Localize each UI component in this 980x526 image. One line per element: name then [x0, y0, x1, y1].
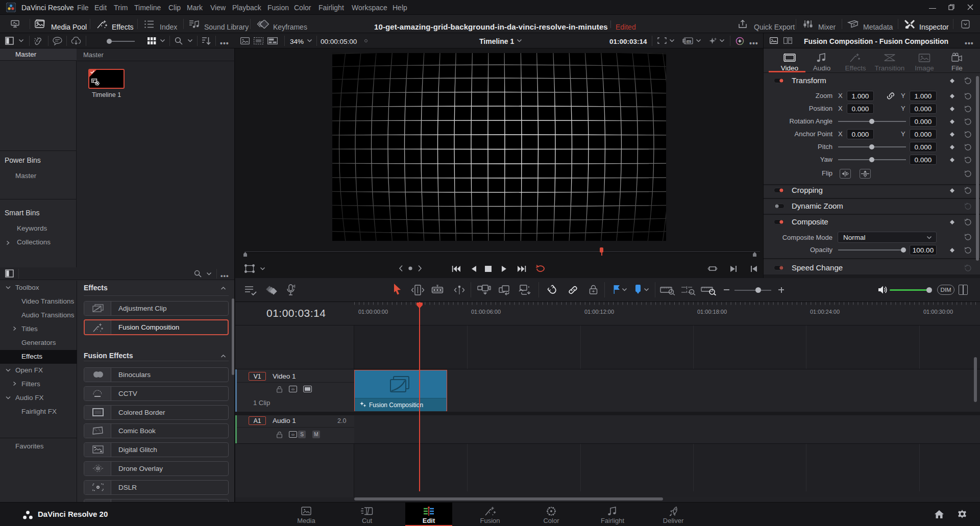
svg-text:HQ: HQ	[687, 41, 691, 43]
